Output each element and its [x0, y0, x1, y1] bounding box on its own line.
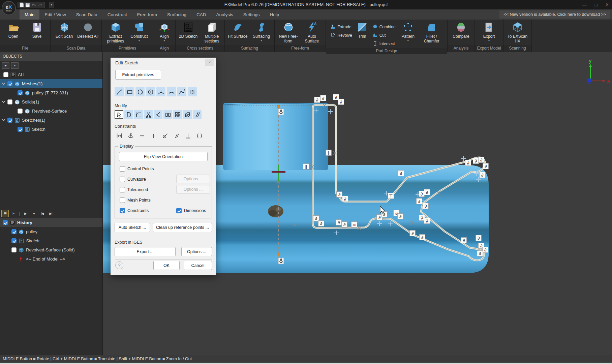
constraint-badge[interactable]: ∂ [461, 238, 467, 243]
checkbox-control-points[interactable]: Control Points [120, 166, 154, 172]
constraint-badge[interactable]: ∂ [313, 216, 319, 221]
qat-dropdown-icon[interactable]: ▼ [49, 2, 54, 8]
history-header[interactable]: History [0, 218, 102, 227]
ribbon-button-trim[interactable]: Trim [354, 21, 371, 39]
constraint-badge[interactable]: ∂ [473, 158, 479, 164]
ribbon-button-deselect-all[interactable]: Deselect All [77, 21, 99, 39]
ribbon-button-extract-primitives[interactable]: Extract primitives [104, 21, 127, 44]
objects-tree-item-sketches-1[interactable]: Sketches(1) [0, 116, 102, 125]
constraint-badge[interactable]: ∥ [326, 150, 332, 156]
ribbon-button-auto-surface[interactable]: AAuto Surface [301, 21, 323, 44]
constraint-badge[interactable]: ∂ [398, 214, 403, 219]
tool-spline-icon[interactable] [177, 87, 186, 96]
history-next-icon[interactable]: ▶| [47, 210, 54, 217]
chevron-down-icon[interactable] [2, 118, 5, 121]
history-play-icon[interactable]: ▶ [22, 210, 29, 217]
menu-item-edit-view[interactable]: Edit / View [39, 9, 71, 20]
history-prev-icon[interactable]: |◀ [38, 210, 46, 217]
menu-item-construct[interactable]: Construct [102, 9, 132, 20]
menu-item-scan-data[interactable]: Scan Data [71, 9, 102, 20]
ribbon-button-export[interactable]: Export▼ [478, 21, 500, 42]
constraint-badge[interactable]: ∂ [424, 189, 430, 195]
history-item-pulley[interactable]: pulley [0, 227, 102, 236]
flip-view-orientation-button[interactable]: Flip View Orientation [119, 152, 208, 161]
history-list-icon[interactable]: ≡ [1, 210, 9, 217]
history-tree-icon[interactable]: ⊦ [10, 210, 17, 217]
visibility-checkbox[interactable] [18, 90, 23, 95]
history-item-end-of-model[interactable]: <-- End of Model --> [0, 254, 102, 264]
constraint-badge[interactable]: ∂ [337, 192, 342, 198]
ribbon-button-combine[interactable]: Combine [372, 23, 396, 31]
objects-tree-item-sketch[interactable]: Sketch [0, 125, 102, 134]
constraint-badge[interactable]: ∂ [480, 172, 485, 178]
constraint-badge[interactable]: ∂ [479, 157, 484, 163]
constraint-badge[interactable]: ∂ [410, 231, 416, 236]
chevron-down-icon[interactable] [2, 82, 5, 85]
visibility-checkbox[interactable] [7, 118, 12, 123]
visibility-checkbox[interactable] [11, 229, 17, 234]
constraint-badge[interactable]: ∂ [419, 191, 425, 197]
ribbon-button-surfacing[interactable]: Surfacing▼ [250, 21, 273, 42]
tool-trim-poly-icon[interactable] [124, 110, 133, 119]
ribbon-button-to-exscan-hx[interactable]: To EXScan HX [507, 21, 529, 44]
constraint-badge[interactable]: ∂ [419, 215, 425, 221]
auto-sketch-button[interactable]: Auto Sketch ... [115, 223, 150, 232]
dialog-close-icon[interactable]: × [205, 59, 214, 66]
ribbon-button-edit-scan[interactable]: Edit Scan [53, 21, 75, 39]
checkbox-dimensions[interactable]: Dimensions [176, 208, 206, 213]
menu-item-settings[interactable]: Settings [238, 9, 265, 20]
close-button[interactable]: × [606, 2, 609, 8]
constraint-badge[interactable]: ∂ [342, 196, 348, 202]
tool-scissors-icon[interactable] [144, 110, 153, 119]
ribbon-button-save[interactable]: Save [26, 21, 48, 39]
tool-distance-icon[interactable] [115, 131, 124, 140]
menu-item-free-form[interactable]: Free-form [132, 9, 162, 20]
visibility-checkbox[interactable] [3, 72, 8, 77]
tool-circle-icon[interactable] [135, 87, 145, 96]
ribbon-button-extrude[interactable]: Extrude [330, 23, 352, 31]
help-icon[interactable]: ? [115, 261, 123, 269]
constraint-badge[interactable]: ∂ [333, 94, 339, 100]
tool-select-icon[interactable] [115, 110, 123, 119]
options-button-curvature[interactable]: Options ... [176, 175, 210, 183]
ribbon-button-pattern[interactable]: Pattern▼ [397, 21, 419, 42]
history-item-revolved-surface-solid[interactable]: Revolved-Surface (Solid) [0, 245, 102, 254]
tool-symmetric-icon[interactable] [195, 131, 204, 140]
ribbon-button-multiple-sections[interactable]: Multiple sections [201, 21, 223, 44]
checkbox-curvature[interactable]: Curvature [120, 177, 146, 182]
tool-perpendicular-icon[interactable] [183, 131, 192, 140]
expand-all-icon[interactable]: ▶ [2, 62, 9, 69]
minimize-button[interactable]: — [582, 2, 587, 7]
constraint-badge[interactable]: ∂ [420, 235, 425, 240]
constraint-badge[interactable]: ∂ [398, 171, 404, 176]
tool-construction-line-icon[interactable] [188, 87, 197, 96]
objects-tree-item-revolved-surface[interactable]: Revolved-Surface [0, 107, 102, 116]
menu-item-cad[interactable]: CAD [191, 9, 211, 20]
constraint-badge[interactable]: ∂ [424, 218, 430, 224]
constraint-badge[interactable]: ∂ [320, 95, 326, 101]
ribbon-button-align[interactable]: Align▼ [153, 21, 175, 42]
extract-primitives-button[interactable]: Extract primitives [115, 70, 161, 80]
objects-tree-item-all[interactable]: ALL [0, 70, 102, 79]
tool-offset-icon[interactable] [183, 110, 192, 119]
visibility-checkbox[interactable] [11, 238, 17, 243]
constraint-badge[interactable]: = [351, 222, 357, 228]
tool-parallel-mod-icon[interactable] [193, 110, 202, 119]
tool-parallel-constraint-icon[interactable] [172, 131, 181, 140]
save-icon[interactable] [25, 3, 30, 7]
visibility-checkbox[interactable] [7, 99, 12, 104]
constraint-badge[interactable]: ∂ [483, 163, 489, 169]
history-item-sketch[interactable]: Sketch [0, 236, 102, 245]
tool-mirror-icon[interactable] [163, 110, 172, 119]
ribbon-button-revolve[interactable]: Revolve [330, 31, 352, 39]
ribbon-button-open[interactable]: Open [2, 21, 25, 39]
constraint-badge[interactable]: ∂ [318, 221, 324, 226]
collapse-all-icon[interactable]: ▼ [11, 62, 19, 69]
menu-item-main[interactable]: Main [20, 9, 39, 20]
tool-fillet-icon[interactable] [134, 110, 143, 119]
checkbox-toleranced[interactable]: Toleranced [120, 187, 148, 192]
tool-line-icon[interactable] [115, 87, 124, 96]
objects-tree-item-pulley-t-772-331[interactable]: pulley (T: 772 331) [0, 88, 102, 97]
objects-tree-item-solids-1[interactable]: Solids(1) [0, 97, 102, 107]
export-options-button[interactable]: Options ... [181, 247, 212, 256]
